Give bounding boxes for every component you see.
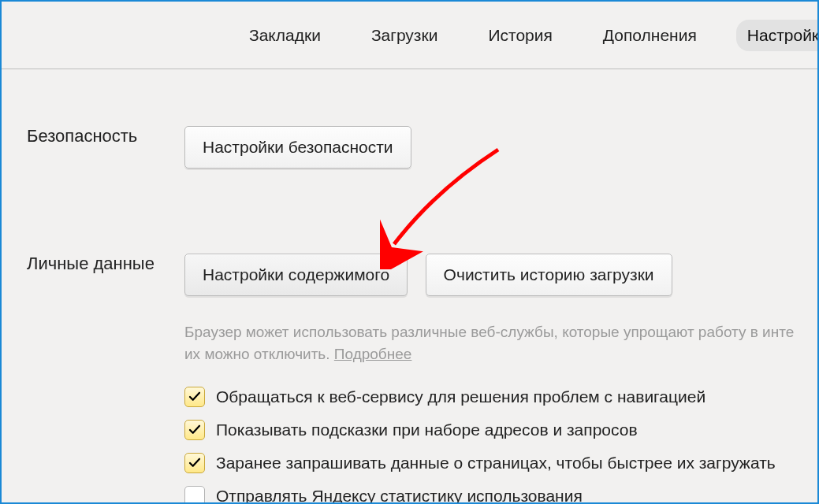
personal-checkboxes: Обращаться к веб-сервису для решения про… [184, 365, 817, 504]
check-navigation-help[interactable]: Обращаться к веб-сервису для решения про… [184, 380, 817, 413]
tab-settings[interactable]: Настройки [736, 20, 817, 51]
section-security: Безопасность Настройки безопасности [2, 69, 817, 176]
hint-more-link[interactable]: Подробнее [334, 346, 412, 362]
checkbox-icon[interactable] [184, 387, 205, 407]
hint-text-line1: Браузер может использовать различные веб… [184, 324, 794, 340]
section-personal-title: Личные данные [2, 254, 184, 274]
clear-download-history-button[interactable]: Очистить историю загрузки [426, 254, 672, 296]
check-prefetch-pages[interactable]: Заранее запрашивать данные о страницах, … [184, 447, 817, 480]
check-label: Показывать подсказки при наборе адресов … [216, 421, 638, 439]
tab-downloads[interactable]: Загрузки [360, 20, 449, 51]
tab-addons[interactable]: Дополнения [592, 20, 708, 51]
check-label: Отправлять Яндексу статистику использова… [216, 487, 583, 504]
top-tabs: Закладки Загрузки История Дополнения Нас… [2, 2, 817, 69]
section-security-title: Безопасность [2, 126, 184, 146]
checkbox-icon[interactable] [184, 453, 205, 473]
tab-history[interactable]: История [477, 20, 563, 51]
check-label: Заранее запрашивать данные о страницах, … [216, 454, 776, 472]
tab-bookmarks[interactable]: Закладки [238, 20, 332, 51]
section-personal: Личные данные Настройки содержимого Очис… [2, 176, 817, 504]
checkbox-icon[interactable] [184, 486, 205, 504]
check-address-suggestions[interactable]: Показывать подсказки при наборе адресов … [184, 413, 817, 447]
web-services-hint: Браузер может использовать различные веб… [184, 304, 817, 365]
settings-content: Безопасность Настройки безопасности Личн… [2, 69, 817, 504]
security-settings-button[interactable]: Настройки безопасности [184, 126, 411, 169]
checkbox-icon[interactable] [184, 420, 205, 440]
content-settings-button[interactable]: Настройки содержимого [184, 254, 408, 296]
check-send-stats[interactable]: Отправлять Яндексу статистику использова… [184, 480, 817, 504]
check-label: Обращаться к веб-сервису для решения про… [216, 387, 705, 406]
hint-text-line2: их можно отключить. [184, 346, 334, 362]
